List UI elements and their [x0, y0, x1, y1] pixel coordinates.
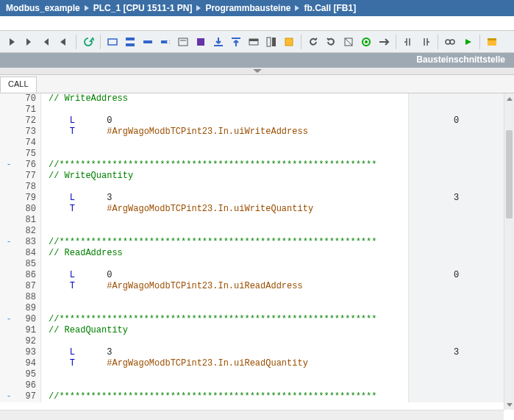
fold-marker[interactable]: - — [0, 160, 18, 171]
code-text[interactable]: // ReadAddress — [41, 248, 408, 259]
comment-box-icon[interactable] — [175, 34, 191, 50]
network-icon[interactable] — [104, 34, 121, 50]
fold-marker[interactable] — [0, 303, 18, 314]
code-text[interactable]: //**************************************… — [41, 237, 408, 248]
code-text[interactable]: // ReadQuantity — [41, 325, 408, 336]
code-line[interactable]: 70// WriteAddress — [0, 93, 504, 104]
code-text[interactable] — [41, 292, 408, 303]
code-line[interactable]: 85 — [0, 259, 504, 270]
code-line[interactable]: 93 L 33 — [0, 347, 504, 358]
code-line[interactable]: 80 T #ArgWagoModbTCPint23.In.uiWriteQuan… — [0, 204, 504, 215]
code-line[interactable]: -76//***********************************… — [0, 160, 504, 171]
nav-first-icon[interactable] — [3, 34, 19, 50]
code-text[interactable]: L 0 — [41, 115, 408, 127]
fold-marker[interactable] — [0, 325, 18, 336]
fold-marker[interactable]: - — [0, 237, 18, 248]
code-text[interactable]: L 0 — [41, 270, 408, 281]
play-online-icon[interactable] — [460, 34, 476, 50]
scroll-thumb[interactable] — [506, 130, 513, 218]
fold-marker[interactable] — [0, 369, 18, 380]
glasses-icon[interactable] — [442, 34, 458, 50]
code-line[interactable]: 82 — [0, 226, 504, 237]
code-text[interactable] — [41, 149, 408, 160]
upload-icon[interactable] — [228, 34, 244, 50]
redo-icon[interactable] — [323, 34, 339, 50]
expand-interface-handle[interactable] — [0, 68, 514, 75]
code-line[interactable]: 92 — [0, 336, 504, 347]
code-line[interactable]: -97//***********************************… — [0, 391, 504, 402]
code-text[interactable]: // WriteAddress — [41, 93, 408, 104]
code-text[interactable] — [41, 104, 408, 115]
code-line[interactable]: 88 — [0, 292, 504, 303]
fold-marker[interactable]: - — [0, 391, 18, 402]
fold-marker[interactable] — [0, 336, 18, 347]
fold-marker[interactable] — [0, 171, 18, 182]
code-text[interactable] — [41, 226, 408, 237]
fold-marker[interactable] — [0, 127, 18, 138]
fold-marker[interactable] — [0, 138, 18, 149]
code-text[interactable]: //**************************************… — [41, 314, 408, 325]
box-toggle-icon[interactable] — [263, 34, 279, 50]
code-line[interactable]: 71 — [0, 104, 504, 115]
nav-last-icon[interactable] — [56, 34, 72, 50]
code-line[interactable]: 73 T #ArgWagoModbTCPint23.In.uiWriteAddr… — [0, 127, 504, 138]
code-line[interactable]: 81 — [0, 215, 504, 226]
vertical-scrollbar[interactable] — [504, 93, 514, 410]
code-line[interactable]: 79 L 33 — [0, 193, 504, 204]
code-line[interactable]: 87 T #ArgWagoModbTCPint23.In.uiReadAddre… — [0, 281, 504, 292]
monitor-icon[interactable] — [358, 34, 374, 50]
code-text[interactable]: T #ArgWagoModbTCPint23.In.uiReadAddress — [41, 281, 408, 292]
code-line[interactable]: 77// WriteQuantity — [0, 171, 504, 182]
code-line[interactable]: 89 — [0, 303, 504, 314]
code-line[interactable]: 96 — [0, 380, 504, 391]
goto-icon[interactable] — [376, 34, 392, 50]
nav-next-icon[interactable] — [38, 34, 54, 50]
code-text[interactable] — [41, 138, 408, 149]
code-text[interactable]: // WriteQuantity — [41, 171, 408, 182]
block-icon[interactable] — [193, 34, 209, 50]
fold-marker[interactable] — [0, 204, 18, 215]
code-line[interactable]: 95 — [0, 369, 504, 380]
fold-marker[interactable] — [0, 248, 18, 259]
breadcrumb-item[interactable]: Programmbausteine — [205, 3, 290, 13]
breadcrumb-item[interactable]: PLC_1 [CPU 1511-1 PN] — [93, 3, 193, 13]
code-line[interactable]: 86 L 00 — [0, 270, 504, 281]
breadcrumb-item[interactable]: Modbus_example — [6, 3, 80, 13]
fold-marker[interactable] — [0, 104, 18, 115]
fold-marker[interactable]: - — [0, 314, 18, 325]
code-text[interactable]: //**************************************… — [41, 391, 408, 402]
code-line[interactable]: 75 — [0, 149, 504, 160]
fold-marker[interactable] — [0, 182, 18, 193]
indent-right-icon[interactable] — [418, 34, 434, 50]
fold-marker[interactable] — [0, 380, 18, 391]
nav-prev-icon[interactable] — [21, 34, 37, 50]
fold-marker[interactable] — [0, 115, 18, 127]
coil-icon[interactable] — [157, 34, 174, 50]
code-area[interactable]: 70// WriteAddress7172 L 0073 T #ArgWagoM… — [0, 93, 504, 410]
fold-marker[interactable] — [0, 215, 18, 226]
code-text[interactable]: T #ArgWagoModbTCPint23.In.uiReadQuantity — [41, 358, 408, 369]
highlight-icon[interactable] — [281, 34, 297, 50]
code-text[interactable]: //**************************************… — [41, 160, 408, 171]
fold-marker[interactable] — [0, 270, 18, 281]
fold-marker[interactable] — [0, 358, 18, 369]
indent-left-icon[interactable] — [400, 34, 416, 50]
code-line[interactable]: 91// ReadQuantity — [0, 325, 504, 336]
view-icon[interactable] — [246, 34, 262, 50]
fold-marker[interactable] — [0, 193, 18, 204]
code-text[interactable] — [41, 182, 408, 193]
scroll-up-icon[interactable] — [504, 93, 514, 104]
fold-marker[interactable] — [0, 259, 18, 270]
code-line[interactable]: -90//***********************************… — [0, 314, 504, 325]
compile-icon[interactable] — [340, 34, 357, 50]
fold-marker[interactable] — [0, 93, 18, 104]
code-line[interactable]: 74 — [0, 138, 504, 149]
download-icon[interactable] — [210, 34, 226, 50]
scroll-down-icon[interactable] — [504, 399, 514, 410]
code-text[interactable]: T #ArgWagoModbTCPint23.In.uiWriteAddress — [41, 127, 408, 138]
fold-marker[interactable] — [0, 292, 18, 303]
tab-call[interactable]: CALL — [0, 76, 37, 93]
horizontal-scrollbar[interactable] — [0, 410, 504, 420]
fold-marker[interactable] — [0, 347, 18, 358]
code-text[interactable] — [41, 215, 408, 226]
